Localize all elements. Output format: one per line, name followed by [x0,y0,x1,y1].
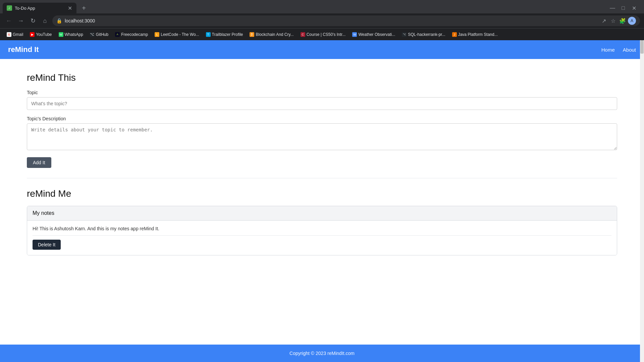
home-nav-button[interactable]: ⌂ [40,16,50,25]
address-text: localhost:3000 [65,18,597,23]
bookmark-cs50[interactable]: C Course | CS50's Intr... [298,31,348,38]
tab-title: To-Do App [15,6,64,11]
add-it-button[interactable]: Add It [27,157,51,168]
bookmark-blockchain[interactable]: ₿ Blockchain And Cry... [247,31,296,38]
topic-label: Topic [27,90,617,95]
lock-icon: 🔒 [56,18,62,23]
notes-card-body: Hi! This is Ashutosh Karn. And this is m… [27,221,617,255]
footer: Copyright © 2023 reMindIt.com [0,345,644,362]
bookmarks-bar: G Gmail ▶ YouTube W WhatsApp ⌥ GitHub A … [0,28,644,40]
address-bar-row: ← → ↻ ⌂ 🔒 localhost:3000 ↗ ☆ 🧩 A [0,13,644,28]
bookmark-trailblazer[interactable]: T Trailblazer Profile [203,31,246,38]
bookmark-label: Blockchain And Cry... [256,32,293,37]
app: reMind It Home About reMind This Topic T… [0,40,644,362]
nav-link-about[interactable]: About [623,47,636,53]
scrollbar-track[interactable] [640,40,644,362]
profile-icon-btn[interactable]: A [628,17,636,25]
notes-card: My notes Hi! This is Ashutosh Karn. And … [27,206,617,255]
github-favicon: ⌥ [90,32,95,37]
topic-input[interactable] [27,97,617,110]
gmail-favicon: G [7,32,11,37]
notes-card-header: My notes [27,206,617,221]
bookmark-whatsapp[interactable]: W WhatsApp [56,31,86,38]
back-button[interactable]: ← [4,16,13,25]
section-divider [27,178,617,178]
tab-close-button[interactable]: ✕ [67,5,72,11]
java-favicon: J [452,32,457,37]
whatsapp-favicon: W [59,32,63,37]
bookmark-youtube[interactable]: ▶ YouTube [27,31,54,38]
bookmark-label: SQL-hackerrank-pr... [408,32,445,37]
main-content: reMind This Topic Topic's Description Ad… [0,59,644,345]
footer-copyright: Copyright © 2023 reMindIt.com [289,351,355,356]
topic-group: Topic [27,90,617,110]
active-tab[interactable]: ✓ To-Do App ✕ [3,3,76,13]
cs50-favicon: C [301,32,305,37]
reload-button[interactable]: ↻ [28,16,38,25]
blockchain-favicon: ₿ [250,32,254,37]
bookmark-label: Java Platform Stand... [458,32,498,37]
bookmark-weather[interactable]: W Weather Observati... [350,31,398,38]
bookmark-label: WhatsApp [65,32,83,37]
bookmark-label: LeetCode - The Wo... [161,32,199,37]
avatar: A [628,17,636,25]
bookmark-github[interactable]: ⌥ GitHub [87,31,111,38]
bookmark-label: Freecodecamp [121,32,148,37]
bookmark-label: GitHub [96,32,108,37]
nav-link-home[interactable]: Home [601,47,615,53]
extensions-icon[interactable]: 🧩 [619,17,627,25]
leetcode-favicon: L [155,32,159,37]
bookmark-java[interactable]: J Java Platform Stand... [449,31,500,38]
notes-card-text: Hi! This is Ashutosh Karn. And this is m… [33,226,611,231]
trailblazer-favicon: T [206,32,211,37]
bookmark-label: YouTube [36,32,52,37]
bookmark-label: Gmail [13,32,23,37]
maximize-button[interactable]: □ [619,3,628,13]
minimize-button[interactable]: — [608,3,617,13]
navbar: reMind It Home About [0,40,644,59]
remind-this-title: reMind This [27,72,617,83]
tab-favicon: ✓ [7,5,12,11]
share-icon[interactable]: ↗ [600,17,608,25]
bookmark-label: Course | CS50's Intr... [307,32,346,37]
bookmark-leetcode[interactable]: L LeetCode - The Wo... [152,31,202,38]
sql-favicon: ⌥ [402,32,407,37]
tab-bar: ✓ To-Do App ✕ + — □ ✕ [0,0,644,13]
new-tab-button[interactable]: + [79,3,89,13]
nav-brand[interactable]: reMind It [8,45,39,54]
remind-me-section: reMind Me My notes Hi! This is Ashutosh … [27,188,617,255]
bookmark-gmail[interactable]: G Gmail [4,31,26,38]
bookmark-star-icon[interactable]: ☆ [609,17,617,25]
browser-chrome: ✓ To-Do App ✕ + — □ ✕ ← → ↻ ⌂ 🔒 localhos… [0,0,644,40]
description-group: Topic's Description [27,116,617,151]
fcc-favicon: A [115,32,120,37]
scrollbar-thumb[interactable] [640,40,644,54]
bookmark-label: Weather Observati... [358,32,395,37]
delete-it-button[interactable]: Delete It [33,240,61,250]
notes-card-divider [33,235,611,236]
youtube-favicon: ▶ [30,32,35,37]
forward-button[interactable]: → [16,16,25,25]
bookmark-label: Trailblazer Profile [212,32,243,37]
weather-favicon: W [352,32,357,37]
bookmark-fcc[interactable]: A Freecodecamp [112,31,151,38]
address-bar-icons: ↗ ☆ 🧩 A [600,17,636,25]
nav-links: Home About [601,47,636,53]
description-label: Topic's Description [27,116,617,121]
close-button[interactable]: ✕ [629,3,639,13]
address-bar[interactable]: 🔒 localhost:3000 ↗ ☆ 🧩 A [52,15,640,26]
description-textarea[interactable] [27,123,617,150]
window-controls: — □ ✕ [608,3,641,13]
bookmark-sql[interactable]: ⌥ SQL-hackerrank-pr... [399,31,448,38]
remind-me-title: reMind Me [27,188,617,199]
